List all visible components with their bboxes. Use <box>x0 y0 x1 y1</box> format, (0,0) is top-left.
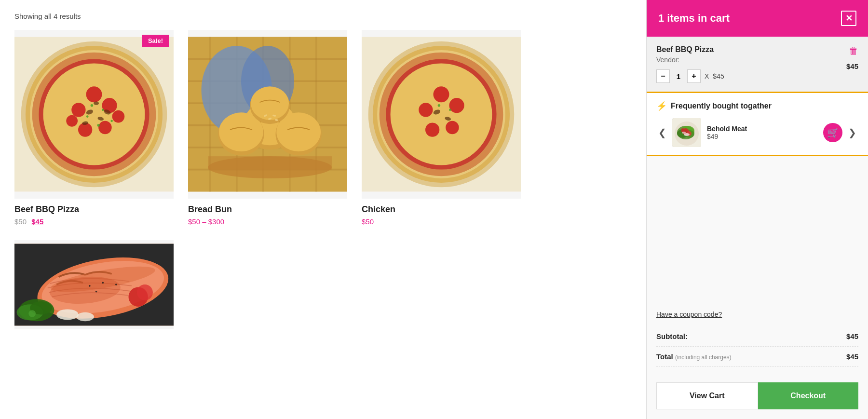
fbt-prev-button[interactable]: ❮ <box>656 125 668 140</box>
svg-point-95 <box>682 132 686 134</box>
svg-point-10 <box>112 110 125 123</box>
subtotal-value: $45 <box>846 332 858 340</box>
svg-point-94 <box>684 133 690 136</box>
svg-point-21 <box>110 120 113 122</box>
cart-add-icon: 🛒 <box>827 127 839 138</box>
product-image-salmon <box>14 240 174 329</box>
price-range: $50 – $300 <box>188 217 224 226</box>
product-price-bread-bun: $50 – $300 <box>188 217 347 226</box>
bread-image <box>188 30 347 199</box>
svg-point-80 <box>102 282 104 284</box>
product-grid: Sale! <box>14 30 521 329</box>
svg-point-14 <box>94 101 99 105</box>
total-label: Total (including all charges) <box>656 352 732 361</box>
svg-point-83 <box>56 309 79 320</box>
coupon-link-button[interactable]: Have a coupon code? <box>656 311 722 318</box>
svg-point-4 <box>43 64 145 165</box>
svg-point-82 <box>95 291 97 293</box>
cart-actions: View Cart Checkout <box>656 382 858 409</box>
svg-point-61 <box>446 121 459 135</box>
svg-point-57 <box>434 86 449 102</box>
unit-price: $45 <box>713 72 724 80</box>
cart-sidebar: 1 items in cart ✕ Beef BBQ Pizza Vendor:… <box>646 0 868 419</box>
fbt-item-image <box>672 118 701 147</box>
plus-icon: + <box>692 72 696 81</box>
price-new: $45 <box>31 217 43 226</box>
svg-point-60 <box>425 122 439 136</box>
pizza-image <box>14 30 174 199</box>
checkout-button[interactable]: Checkout <box>758 382 859 409</box>
svg-point-84 <box>76 312 94 321</box>
svg-point-64 <box>438 104 441 107</box>
cart-header-title: 1 items in cart <box>658 12 730 25</box>
svg-point-5 <box>86 86 102 102</box>
total-including: (including all charges) <box>675 354 732 361</box>
product-image-chicken <box>362 30 521 199</box>
fbt-add-button[interactable]: 🛒 <box>823 123 842 142</box>
subtotal-row: Subtotal: $45 <box>656 326 858 347</box>
trash-icon: 🗑 <box>849 45 858 56</box>
fbt-item: Behold Meat $49 <box>672 118 819 147</box>
results-text: Showing all 4 results <box>14 5 632 20</box>
product-price-chicken: $50 <box>362 217 521 226</box>
cart-item-vendor: Vendor: <box>656 56 724 64</box>
svg-point-56 <box>391 64 492 165</box>
coupon-section: Have a coupon code? <box>647 300 868 319</box>
main-content: Showing all 4 results Sale! <box>0 0 646 419</box>
minus-icon: − <box>661 72 665 81</box>
svg-point-76 <box>28 310 36 317</box>
product-name-beef-bbq-pizza: Beef BBQ Pizza <box>14 204 174 215</box>
cart-close-button[interactable]: ✕ <box>841 11 856 26</box>
cart-qty-row: − 1 + X $45 <box>656 69 724 83</box>
cart-item-name: Beef BBQ Pizza <box>656 45 724 54</box>
total-value: $45 <box>846 352 858 361</box>
svg-point-79 <box>89 285 91 287</box>
product-card-beef-bbq-pizza[interactable]: Sale! <box>14 30 174 226</box>
price-old: $50 <box>14 217 27 226</box>
svg-point-78 <box>137 284 153 300</box>
svg-point-45 <box>251 86 289 120</box>
qty-value: 1 <box>674 72 683 81</box>
cart-item-delete-button[interactable]: 🗑 <box>849 45 858 56</box>
svg-point-65 <box>449 109 451 111</box>
svg-point-9 <box>98 121 112 135</box>
cart-header: 1 items in cart ✕ <box>647 0 868 37</box>
fbt-item-info: Behold Meat $49 <box>707 125 747 140</box>
product-name-bread-bun: Bread Bun <box>188 204 347 215</box>
product-image-beef-bbq-pizza: Sale! <box>14 30 174 199</box>
price-single-chicken: $50 <box>362 217 374 226</box>
fbt-item-name: Behold Meat <box>707 125 747 133</box>
product-name-chicken: Chicken <box>362 204 521 215</box>
product-card-salmon[interactable] <box>14 240 174 329</box>
product-image-bread-bun <box>188 30 347 199</box>
fbt-title-row: ⚡ Frequently bought togather <box>656 101 858 111</box>
chevron-right-icon: ❯ <box>848 127 856 138</box>
fbt-carousel: ❮ <box>656 118 858 147</box>
multiply-symbol: X <box>705 72 709 80</box>
qty-plus-button[interactable]: + <box>687 69 701 83</box>
svg-point-59 <box>449 98 464 113</box>
cart-item-right: 🗑 $45 <box>846 45 858 70</box>
fbt-section: ⚡ Frequently bought togather ❮ <box>647 92 868 156</box>
product-card-chicken[interactable]: Chicken $50 <box>362 30 521 226</box>
cart-item-row: Beef BBQ Pizza Vendor: − 1 + X $45 🗑 <box>656 45 858 83</box>
salmon-image <box>14 240 174 329</box>
lightning-icon: ⚡ <box>656 101 667 111</box>
view-cart-button[interactable]: View Cart <box>656 382 758 409</box>
svg-point-6 <box>71 103 85 117</box>
svg-point-81 <box>115 284 117 285</box>
cart-item-section: Beef BBQ Pizza Vendor: − 1 + X $45 🗑 <box>647 37 868 92</box>
svg-rect-51 <box>208 156 332 170</box>
qty-minus-button[interactable]: − <box>656 69 670 83</box>
svg-point-17 <box>91 104 94 107</box>
fbt-salad-image <box>672 118 701 147</box>
chevron-left-icon: ❮ <box>658 127 666 138</box>
cart-item-details: Beef BBQ Pizza Vendor: − 1 + X $45 <box>656 45 724 83</box>
svg-point-19 <box>86 115 89 118</box>
product-card-bread-bun[interactable]: Bread Bun $50 – $300 <box>188 30 347 226</box>
cart-item-total: $45 <box>846 62 858 70</box>
fbt-next-button[interactable]: ❯ <box>846 125 858 140</box>
sale-badge: Sale! <box>142 35 169 47</box>
subtotal-label: Subtotal: <box>656 332 688 340</box>
svg-point-11 <box>66 115 78 127</box>
